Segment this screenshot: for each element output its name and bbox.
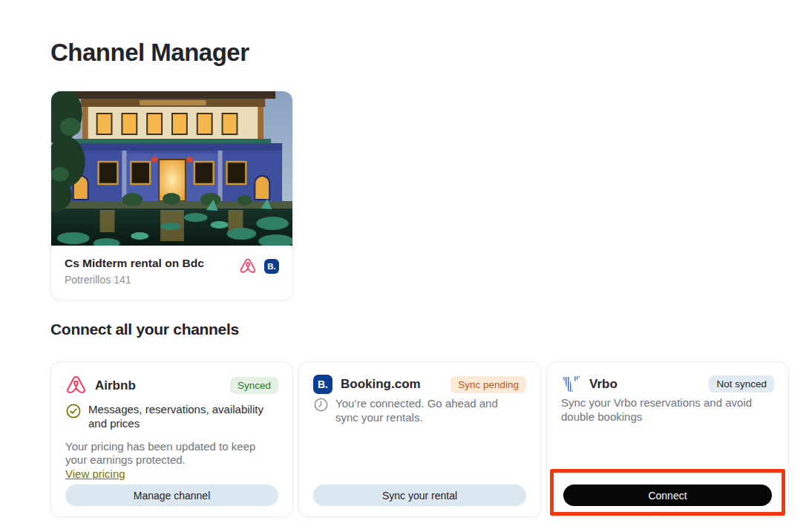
booking-icon: B. bbox=[264, 259, 279, 274]
channel-cards-row: Airbnb Synced Messages, reservations, av… bbox=[50, 361, 789, 517]
status-badge: Sync pending bbox=[450, 376, 526, 393]
airbnb-pricing-notice: Your pricing has been updated to keep yo… bbox=[65, 440, 278, 467]
channel-manager-page: Channel Manager bbox=[0, 0, 806, 532]
property-channel-icons: B. bbox=[239, 257, 279, 275]
property-name: Cs Midterm rental on Bdc bbox=[65, 257, 204, 270]
booking-description-row: You’re connected. Go ahead and sync your… bbox=[313, 397, 526, 425]
section-title: Connect all your channels bbox=[50, 321, 239, 338]
channel-name: Booking.com bbox=[341, 377, 421, 392]
view-pricing-link[interactable]: View pricing bbox=[65, 467, 125, 480]
airbnb-icon bbox=[239, 257, 257, 275]
property-address: Potrerillos 141 bbox=[65, 274, 204, 286]
vrbo-description: Sync your Vrbo reservations and avoid do… bbox=[561, 396, 754, 424]
property-info: Cs Midterm rental on Bdc Potrerillos 141… bbox=[51, 246, 292, 286]
sync-rental-button[interactable]: Sync your rental bbox=[313, 485, 526, 506]
airbnb-feature-text: Messages, reservations, availability and… bbox=[88, 403, 275, 431]
check-circle-icon bbox=[65, 403, 82, 419]
manage-channel-button[interactable]: Manage channel bbox=[65, 485, 278, 506]
airbnb-feature-row: Messages, reservations, availability and… bbox=[65, 403, 278, 431]
channel-name: Airbnb bbox=[95, 378, 136, 393]
connect-button[interactable]: Connect bbox=[563, 485, 772, 506]
clock-icon bbox=[313, 397, 329, 413]
channel-card-airbnb: Airbnb Synced Messages, reservations, av… bbox=[50, 361, 293, 517]
airbnb-card-header: Airbnb Synced bbox=[65, 375, 278, 396]
booking-card-header: B. Booking.com Sync pending bbox=[313, 375, 526, 394]
status-badge: Synced bbox=[230, 377, 278, 394]
channel-card-vrbo: Vrbo Not synced Sync your Vrbo reservati… bbox=[546, 361, 789, 517]
vrbo-card-header: Vrbo Not synced bbox=[561, 375, 774, 393]
channel-card-booking: B. Booking.com Sync pending You’re conne… bbox=[298, 361, 541, 517]
booking-description: You’re connected. Go ahead and sync your… bbox=[335, 397, 521, 425]
property-text: Cs Midterm rental on Bdc Potrerillos 141 bbox=[65, 257, 204, 286]
page-title: Channel Manager bbox=[50, 39, 249, 67]
channel-name: Vrbo bbox=[589, 377, 617, 392]
status-badge: Not synced bbox=[709, 375, 774, 393]
vrbo-icon bbox=[561, 375, 581, 393]
airbnb-icon bbox=[65, 375, 87, 396]
property-card[interactable]: Cs Midterm rental on Bdc Potrerillos 141… bbox=[50, 91, 293, 301]
booking-icon: B. bbox=[313, 375, 332, 394]
property-photo-illustration bbox=[51, 91, 292, 246]
property-photo bbox=[51, 91, 292, 246]
